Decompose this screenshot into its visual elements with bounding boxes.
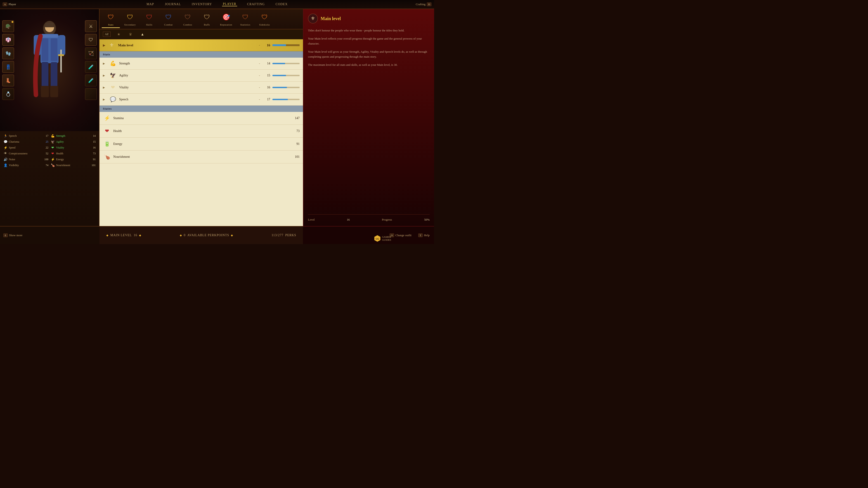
tab-combat[interactable]: 🛡 Combat	[159, 10, 178, 28]
tab-secondary[interactable]: 🛡 Secondary	[121, 10, 139, 28]
combat-shield-icon: 🛡	[163, 11, 174, 23]
window-title-area: A Player	[0, 2, 27, 6]
tab-combos[interactable]: 🛡 Combos	[179, 10, 197, 28]
nav-player[interactable]: PLAYER	[222, 2, 237, 6]
charisma-icon: 💬	[3, 140, 7, 144]
agility-list-icon: 🦅	[109, 71, 117, 79]
combos-shield-icon: 🛡	[182, 11, 193, 23]
panel-icon: ⚜	[308, 13, 318, 24]
equip-slot-ring[interactable]: 💍	[2, 88, 14, 100]
show-more-button[interactable]: E Show more	[3, 233, 22, 237]
tab-sidekicks[interactable]: 🛡 Sidekicks	[255, 10, 274, 28]
filter-arrow-button[interactable]: ▲	[138, 31, 146, 37]
tab-buffs[interactable]: 🛡 Buffs	[198, 10, 216, 28]
stamina-icon: ⚡	[103, 114, 111, 122]
nav-inventory[interactable]: INVENTORY	[191, 2, 213, 6]
equip-slot-head[interactable]: 🪖	[2, 20, 14, 32]
equip-slot-weapon[interactable]: ⚔	[85, 20, 97, 32]
svg-rect-8	[51, 62, 57, 87]
health-value: 73	[89, 152, 96, 155]
equip-slot-torso[interactable]: 👘	[2, 34, 14, 46]
show-more-key: E	[3, 233, 8, 237]
equip-slot-misc1[interactable]: 🧪	[85, 61, 97, 73]
bottom-bar: E Show more ◆ MAIN LEVEL 16 ◆ ◆ 0 AVAILA…	[0, 226, 434, 244]
equip-slot-belt[interactable]: 🏹	[85, 47, 97, 59]
equip-slot-feet[interactable]: 👢	[2, 74, 14, 86]
stat-row-agility[interactable]: ▶ 🦅 Agility - 15	[99, 70, 303, 82]
stats-bottom: 🏃 Speech 17 💪 Strength 14 💬 Charisma 25 …	[0, 131, 99, 170]
agility-label: Agility	[56, 140, 88, 143]
tab-stats[interactable]: 🛡 Stats	[102, 10, 120, 28]
states-section-header: States	[99, 105, 303, 112]
tab-combat-label: Combat	[164, 23, 173, 26]
stamina-value: 147	[288, 117, 300, 120]
reputation-shield-icon: 🎯	[220, 11, 232, 23]
tab-reputation-label: Reputation	[220, 23, 232, 26]
nourishment-state-icon: 🍗	[103, 153, 111, 161]
tab-combos-label: Combos	[183, 23, 192, 26]
tab-reputation[interactable]: 🎯 Reputation	[217, 10, 235, 28]
equip-slot-offhand[interactable]: 🛡	[85, 34, 97, 46]
stat-energy: ⚡ Energy 91	[51, 157, 96, 162]
perks-info: 113/277 PERKS	[272, 233, 296, 237]
main-level-row[interactable]: ▶ ⚜ Main level - 16	[99, 39, 303, 51]
energy-value: 91	[89, 158, 96, 161]
desc-para-2: Your Main level reflects your overall pr…	[308, 36, 430, 46]
speech-bar-fill	[273, 99, 288, 100]
equip-slot-hands[interactable]: 🧤	[2, 47, 14, 59]
state-row-nourishment: 🍗 Nourishment 101	[99, 151, 303, 163]
filter-az-button[interactable]: AZ	[103, 32, 111, 37]
strength-list-name: Strength	[119, 62, 257, 65]
equip-slot-misc2[interactable]: 🧪	[85, 74, 97, 86]
vitality-list-value: 16	[264, 86, 270, 89]
stat-row-strength[interactable]: ▶ 💪 Strength - 14	[99, 58, 303, 70]
bottom-left: E Show more	[0, 226, 99, 244]
sidekicks-shield-icon: 🛡	[259, 11, 270, 23]
stat-strength: 💪 Strength 14	[51, 133, 96, 138]
nav-crafting[interactable]: CRAFTING	[246, 2, 266, 6]
gamer-guides-logo: GG GAMER GUIDES	[374, 235, 391, 242]
noise-label: Noise	[9, 158, 40, 161]
stats-section-label: Stats	[103, 53, 110, 56]
stat-speed: ⚡ Speed 22	[3, 145, 49, 150]
stat-speech: 🏃 Speech 17	[3, 133, 49, 138]
nav-journal[interactable]: JOURNAL	[164, 2, 182, 6]
diamond-perk-left-icon: ◆	[180, 234, 182, 237]
nav-codex[interactable]: CODEX	[275, 2, 288, 6]
filter-star-icon: ★	[117, 32, 120, 36]
speech-list-name: Speech	[119, 98, 257, 101]
secondary-shield-icon: 🛡	[124, 11, 136, 23]
strength-list-dash: -	[259, 62, 260, 65]
health-label: Health	[56, 152, 88, 155]
conspicuousness-label: Conspicuousness	[9, 152, 40, 155]
equip-slot-misc3[interactable]	[85, 88, 97, 100]
strength-list-bar	[273, 63, 300, 64]
state-row-health: ❤ Health 73	[99, 125, 303, 138]
state-row-stamina: ⚡ Stamina 147	[99, 112, 303, 125]
nourishment-state-name: Nourishment	[113, 155, 286, 159]
perkpoints-info: ◆ 0 AVAILABLE PERKPOINTS ◆	[180, 233, 233, 237]
tab-statistics[interactable]: 🛡 Statistics	[236, 10, 254, 28]
stat-conspicuousness: 👁 Conspicuousness 52	[3, 151, 49, 156]
speech-label: Speech	[9, 134, 40, 138]
expand-agility-icon: ▶	[103, 74, 106, 77]
state-row-energy: 🔋 Energy 91	[99, 138, 303, 151]
svg-rect-3	[41, 38, 49, 61]
equip-slot-legs[interactable]: 👖	[2, 61, 14, 73]
nourishment-value: 101	[89, 164, 96, 167]
charisma-value: 25	[41, 140, 49, 143]
perks-value: 113/277	[272, 233, 283, 237]
tab-skills-label: Skills	[146, 23, 152, 26]
top-bar-right: Crafting D	[407, 2, 434, 6]
speech-list-bar	[273, 99, 300, 100]
change-outfit-button[interactable]: O Change outfit	[390, 233, 411, 237]
help-button[interactable]: T Help	[418, 233, 430, 237]
tab-skills[interactable]: 🛡 Skills	[140, 10, 158, 28]
filter-star-button[interactable]: ★	[115, 31, 122, 37]
equip-slots-left: 🪖 👘 🧤 👖 👢 💍	[2, 20, 14, 100]
speech-list-dash: -	[259, 98, 260, 101]
stat-row-speech[interactable]: ▶ 💬 Speech - 17	[99, 94, 303, 105]
filter-crown-button[interactable]: ♛	[127, 31, 134, 37]
stat-row-vitality[interactable]: ▶ ❤ Vitality - 16	[99, 82, 303, 94]
nav-map[interactable]: MAP	[146, 2, 155, 6]
